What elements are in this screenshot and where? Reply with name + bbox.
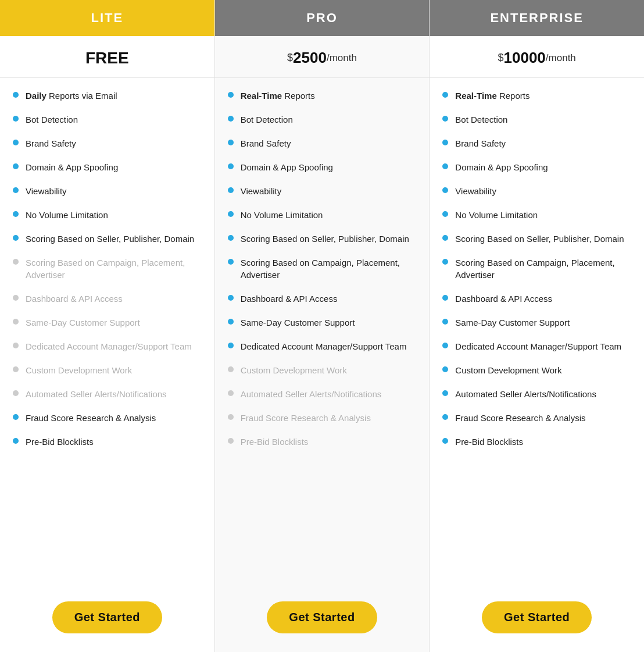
inactive-dot-icon [13,259,19,265]
active-dot-icon [442,438,448,444]
plan-pro: PRO$2500/monthReal-Time ReportsBot Detec… [215,0,430,652]
list-item: Same-Day Customer Support [430,311,644,334]
list-item: Domain & App Spoofing [430,155,644,179]
active-dot-icon [442,92,448,98]
feature-label: Brand Safety [241,137,291,149]
feature-label: Viewability [26,185,67,197]
list-item: Bot Detection [0,108,214,131]
plan-enterprise-price: $10000/month [430,36,644,78]
feature-label: No Volume Limitation [455,209,538,221]
feature-label: Pre-Bid Blocklists [241,436,309,448]
plan-pro-title: PRO [306,10,338,25]
list-item: Dedicated Account Manager/Support Team [430,334,644,358]
list-item: Viewability [215,179,430,203]
feature-label: No Volume Limitation [241,209,323,221]
active-dot-icon [442,163,448,169]
active-dot-icon [442,295,448,301]
inactive-dot-icon [13,319,19,325]
plan-enterprise: ENTERPRISE$10000/monthReal-Time ReportsB… [430,0,644,652]
list-item: Brand Safety [0,131,214,155]
active-dot-icon [13,116,19,122]
active-dot-icon [442,187,448,193]
active-dot-icon [442,319,448,325]
plan-pro-price-symbol: $ [287,52,293,64]
plan-pro-price-period: /month [327,52,357,64]
list-item: Scoring Based on Campaign, Placement, Ad… [430,251,644,287]
list-item: Dashboard & API Access [0,287,214,311]
plan-pro-get-started-button[interactable]: Get Started [267,601,377,633]
plan-enterprise-features: Real-Time ReportsBot DetectionBrand Safe… [430,78,644,587]
list-item: Scoring Based on Seller, Publisher, Doma… [0,227,214,251]
list-item: Scoring Based on Seller, Publisher, Doma… [215,227,430,251]
active-dot-icon [442,390,448,396]
list-item: Scoring Based on Seller, Publisher, Doma… [430,227,644,251]
plan-enterprise-footer: Get Started [430,587,644,652]
feature-label: Viewability [241,185,282,197]
active-dot-icon [228,116,234,122]
feature-label: Bot Detection [455,113,507,126]
plan-enterprise-price-period: /month [546,52,576,64]
list-item: No Volume Limitation [430,203,644,227]
list-item: Bot Detection [215,108,430,131]
list-item: Viewability [0,179,214,203]
list-item: Dashboard & API Access [430,287,644,311]
list-item: Automated Seller Alerts/Notifications [215,382,430,406]
feature-label: Scoring Based on Campaign, Placement, Ad… [455,256,631,281]
feature-label: Fraud Score Research & Analysis [26,412,156,424]
active-dot-icon [228,211,234,217]
plan-lite-header: LITE [0,0,214,36]
active-dot-icon [442,211,448,217]
list-item: No Volume Limitation [215,203,430,227]
plan-lite-footer: Get Started [0,587,214,652]
feature-label: Daily Reports via Email [26,90,117,102]
feature-label: Dedicated Account Manager/Support Team [26,340,192,352]
feature-label: Domain & App Spoofing [455,161,548,173]
inactive-dot-icon [13,366,19,372]
active-dot-icon [228,259,234,265]
list-item: Bot Detection [430,108,644,131]
active-dot-icon [13,140,19,145]
active-dot-icon [442,366,448,372]
active-dot-icon [13,163,19,169]
feature-label: Real-Time Reports [455,90,529,102]
inactive-dot-icon [13,390,19,396]
feature-label: Scoring Based on Seller, Publisher, Doma… [241,233,409,245]
list-item: Dedicated Account Manager/Support Team [215,334,430,358]
list-item: Scoring Based on Campaign, Placement, Ad… [0,251,214,287]
list-item: No Volume Limitation [0,203,214,227]
plan-pro-footer: Get Started [215,587,430,652]
feature-label: Brand Safety [26,137,76,149]
plan-enterprise-get-started-button[interactable]: Get Started [482,601,592,633]
feature-label: Domain & App Spoofing [26,161,118,173]
feature-label: Dedicated Account Manager/Support Team [241,340,407,352]
active-dot-icon [442,235,448,241]
plan-enterprise-price-symbol: $ [498,52,504,64]
pricing-table: LITEFREEDaily Reports via EmailBot Detec… [0,0,644,652]
feature-label: Pre-Bid Blocklists [26,436,94,448]
inactive-dot-icon [228,390,234,396]
list-item: Same-Day Customer Support [215,311,430,334]
plan-lite-price: FREE [0,36,214,78]
plan-pro-header: PRO [215,0,430,36]
feature-label: Same-Day Customer Support [241,316,355,329]
active-dot-icon [442,259,448,265]
plan-lite-get-started-button[interactable]: Get Started [52,601,162,633]
list-item: Custom Development Work [0,358,214,382]
list-item: Viewability [430,179,644,203]
list-item: Brand Safety [215,131,430,155]
active-dot-icon [13,235,19,241]
feature-label: Automated Seller Alerts/Notifications [241,388,382,400]
inactive-dot-icon [228,366,234,372]
feature-label: Bot Detection [241,113,293,126]
list-item: Custom Development Work [430,358,644,382]
list-item: Real-Time Reports [430,84,644,108]
active-dot-icon [13,211,19,217]
plan-lite: LITEFREEDaily Reports via EmailBot Detec… [0,0,215,652]
feature-label: Automated Seller Alerts/Notifications [26,388,167,400]
feature-label: Pre-Bid Blocklists [455,436,523,448]
feature-label: Scoring Based on Seller, Publisher, Doma… [455,233,624,245]
plan-pro-price-amount: 2500 [293,49,327,67]
plan-lite-free-label: FREE [85,49,129,67]
feature-label: Scoring Based on Seller, Publisher, Doma… [26,233,194,245]
feature-label: Dashboard & API Access [26,293,123,305]
